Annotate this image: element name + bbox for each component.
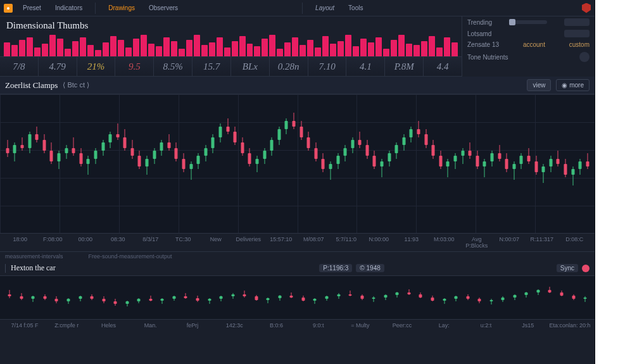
ticker-cell[interactable]: 15.7	[192, 57, 231, 76]
avatar[interactable]	[579, 52, 590, 62]
side-panel: Trending Lotsamd Zensate 13accountcustom…	[462, 16, 595, 77]
ticker-strip: 7/84.7921%9.58.5%15.7BLx0.28n7.104.1P.8M…	[0, 56, 462, 77]
main-candlestick-chart[interactable]	[0, 94, 595, 234]
side-lots: Lotsamd	[467, 30, 491, 37]
ticker-cell[interactable]: P.8M	[385, 57, 424, 76]
ticker-cell[interactable]: 4.79	[39, 57, 77, 76]
secondary-x-axis: 7/14 f:05 FZ:cmpfe rHelesMan.fePrj142:3c…	[0, 320, 595, 329]
ticker-cell[interactable]: 7.10	[308, 57, 347, 76]
v-separator	[5, 264, 6, 273]
main-toolbar: Zoerlist Clamps ⟨ Btc ct ⟩ view ◉ more	[0, 77, 595, 94]
ticker-cell[interactable]: 9.5	[115, 57, 154, 76]
side-link-custom[interactable]: custom	[569, 41, 590, 48]
side-zensate: Zensate 13	[467, 41, 499, 48]
nav-separator	[302, 3, 303, 14]
brand-icon[interactable]: ●	[4, 4, 13, 13]
ticker-cell[interactable]: 7/8	[0, 57, 39, 76]
nav-preset[interactable]: Preset	[19, 3, 45, 13]
more-button[interactable]: ◉ more	[556, 79, 590, 91]
slider[interactable]	[509, 20, 547, 24]
nav-tools[interactable]: Tools	[344, 3, 367, 13]
footnote: measurement-intervals Free-sound-measure…	[0, 252, 595, 261]
footnote-right: Free-sound-measurement-output	[89, 253, 172, 260]
nav-indicators[interactable]: Indicators	[51, 3, 86, 13]
nav-layout[interactable]: Layout	[312, 3, 338, 13]
side-tone: Tone Nutrients	[467, 54, 508, 61]
ticker-cell[interactable]: 0.28n	[270, 57, 308, 76]
side-trending: Trending	[467, 19, 492, 26]
secondary-header: Hexton the car P:1196:3 © 1948 Sync	[0, 261, 595, 275]
ticker-cell[interactable]: 8.5%	[154, 57, 192, 76]
top-nav: ● Preset Indicators Drawings Observers L…	[0, 0, 595, 16]
main-x-axis: 18:00F:08:0000:0008:308/3/17TC:30NewDeli…	[0, 234, 595, 252]
footnote-left: measurement-intervals	[5, 253, 63, 260]
chart-title: Zoerlist Clamps	[5, 80, 58, 91]
pill	[564, 30, 590, 37]
nav-observers[interactable]: Observers	[145, 3, 182, 13]
page-title: Dimensional Thumbs	[0, 16, 462, 32]
pill	[564, 18, 590, 26]
view-button[interactable]: view	[527, 79, 551, 91]
shield-icon[interactable]	[582, 3, 591, 13]
sync-button[interactable]: Sync	[557, 264, 578, 272]
chart-symbol[interactable]: ⟨ Btc ct ⟩	[63, 81, 89, 89]
volume-histogram	[0, 32, 462, 56]
secondary-candlestick-chart[interactable]	[0, 275, 595, 320]
ticker-cell[interactable]: BLx	[231, 57, 270, 76]
sec-tag2[interactable]: © 1948	[356, 264, 384, 272]
alert-icon[interactable]	[582, 265, 590, 272]
sec-tag1[interactable]: P:1196:3	[319, 264, 352, 272]
nav-separator	[95, 3, 96, 14]
ticker-cell[interactable]: 4.1	[346, 57, 385, 76]
ticker-cell[interactable]: 4.4	[424, 57, 462, 76]
sec-title: Hexton the car	[11, 263, 56, 273]
nav-drawings[interactable]: Drawings	[104, 3, 139, 13]
side-link-account[interactable]: account	[523, 41, 545, 48]
ticker-cell[interactable]: 21%	[77, 57, 116, 76]
